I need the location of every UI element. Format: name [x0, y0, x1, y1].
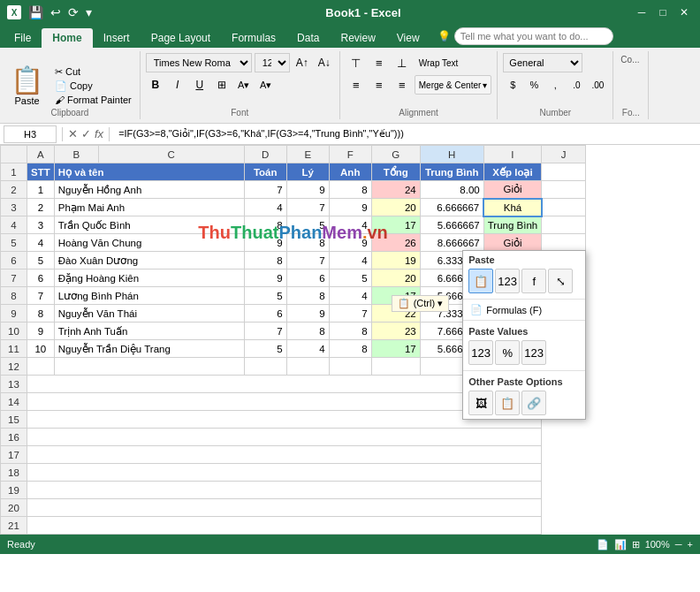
cell-a6[interactable]: 5 [27, 252, 55, 269]
close-button[interactable]: ✕ [675, 5, 693, 19]
cell-d3[interactable]: 4 [244, 199, 286, 216]
format-painter-button[interactable]: 🖌 Format Painter [52, 94, 134, 106]
cell-h2[interactable]: 8.00 [420, 181, 483, 199]
cell-h3[interactable]: 6.666667 [420, 199, 483, 216]
cell-row17[interactable] [27, 446, 542, 464]
cell-e12[interactable] [286, 358, 329, 376]
row-number-19[interactable]: 19 [1, 482, 27, 499]
cell-row18[interactable] [27, 464, 542, 482]
col-header-a[interactable]: A [27, 146, 55, 163]
increase-decimal-button[interactable]: .00 [588, 75, 607, 95]
font-size-select[interactable]: 12 [255, 53, 290, 72]
row-number-8[interactable]: 8 [1, 287, 27, 305]
cell-b3[interactable]: Phạm Mai Anh [54, 199, 244, 216]
row-number-13[interactable]: 13 [1, 376, 27, 393]
cut-button[interactable]: ✂ Cut [52, 65, 134, 79]
cell-i4[interactable]: Trung Bình [483, 216, 541, 234]
cell-b4[interactable]: Trần Quốc Bình [54, 216, 244, 234]
cell-a4[interactable]: 3 [27, 216, 55, 234]
tab-view[interactable]: View [386, 28, 430, 48]
cell-f12[interactable] [329, 358, 371, 376]
insert-function-icon[interactable]: fx [95, 127, 103, 140]
cell-b11[interactable]: Nguyễn Trần Diệu Trang [54, 340, 244, 358]
redo-button[interactable]: ⟳ [66, 5, 80, 19]
merge-center-button[interactable]: Merge & Center ▾ [415, 75, 492, 95]
cell-j1[interactable] [542, 163, 586, 181]
cell-b1[interactable]: Họ và tên [54, 163, 244, 181]
cell-b2[interactable]: Nguyễn Hồng Anh [54, 181, 244, 199]
row-number-10[interactable]: 10 [1, 323, 27, 340]
cell-f7[interactable]: 5 [329, 269, 371, 287]
paste-formulas-item[interactable]: 📄 Formulas (F) [463, 301, 585, 318]
paste-values-formulas-button[interactable]: 123 [521, 340, 546, 365]
cell-h4[interactable]: 5.666667 [420, 216, 483, 234]
cancel-formula-icon[interactable]: ✕ [68, 127, 78, 140]
tab-formulas[interactable]: Formulas [221, 28, 286, 48]
font-name-select[interactable]: Times New Roma [146, 53, 252, 72]
cell-a12[interactable] [27, 358, 55, 376]
cell-f4[interactable]: 4 [329, 216, 371, 234]
cell-f3[interactable]: 9 [329, 199, 371, 216]
tell-me-input[interactable] [454, 27, 613, 45]
paste-values-format-button[interactable]: % [495, 340, 520, 365]
cell-a8[interactable]: 7 [27, 287, 55, 305]
row-number-14[interactable]: 14 [1, 393, 27, 411]
minimize-button[interactable]: ─ [633, 5, 651, 19]
cell-f10[interactable]: 8 [329, 323, 371, 340]
cell-a1[interactable]: STT [27, 163, 55, 181]
tab-page-layout[interactable]: Page Layout [141, 28, 221, 48]
row-number-4[interactable]: 4 [1, 216, 27, 234]
cell-e3[interactable]: 7 [286, 199, 329, 216]
cell-j4[interactable] [542, 216, 586, 234]
other-paste-2-button[interactable]: 📋 [495, 391, 520, 415]
cell-g5[interactable]: 26 [371, 234, 420, 252]
tell-me-bar[interactable]: 💡 [438, 27, 613, 45]
cell-g11[interactable]: 17 [371, 340, 420, 358]
undo-button[interactable]: ↩ [49, 5, 63, 19]
col-header-b[interactable]: B [54, 146, 98, 163]
row-number-18[interactable]: 18 [1, 464, 27, 482]
formula-input[interactable] [115, 125, 696, 143]
comma-button[interactable]: , [545, 75, 565, 95]
ctrl-paste-button[interactable]: 📋 (Ctrl) ▾ [392, 295, 450, 312]
row-number-6[interactable]: 6 [1, 252, 27, 269]
cell-e4[interactable]: 5 [286, 216, 329, 234]
row-number-21[interactable]: 21 [1, 517, 27, 535]
maximize-button[interactable]: □ [654, 5, 672, 19]
cell-i3-selected[interactable]: Khá [483, 199, 541, 216]
row-number-2[interactable]: 2 [1, 181, 27, 199]
col-header-g[interactable]: G [371, 146, 420, 163]
other-paste-3-button[interactable]: 🔗 [521, 391, 546, 415]
cell-g4[interactable]: 17 [371, 216, 420, 234]
cell-f8[interactable]: 4 [329, 287, 371, 305]
cell-g10[interactable]: 23 [371, 323, 420, 340]
number-format-select[interactable]: General [503, 53, 582, 72]
page-layout-view-button[interactable]: 📊 [614, 539, 627, 550]
page-break-view-button[interactable]: ⊞ [632, 539, 640, 550]
underline-button[interactable]: U [190, 75, 209, 95]
cell-f2[interactable]: 8 [329, 181, 371, 199]
paste-button[interactable]: 📋 Paste [5, 63, 49, 108]
cell-e6[interactable]: 7 [286, 252, 329, 269]
cell-a5[interactable]: 4 [27, 234, 55, 252]
cell-e7[interactable]: 6 [286, 269, 329, 287]
cell-d11[interactable]: 5 [244, 340, 286, 358]
tab-review[interactable]: Review [330, 28, 385, 48]
border-button[interactable]: ⊞ [212, 75, 232, 95]
row-number-12[interactable]: 12 [1, 358, 27, 376]
cell-g12[interactable] [371, 358, 420, 376]
col-header-h[interactable]: H [420, 146, 483, 163]
col-header-f[interactable]: F [329, 146, 371, 163]
cell-i2[interactable]: Giỏi [483, 181, 541, 199]
cell-f11[interactable]: 8 [329, 340, 371, 358]
cell-a9[interactable]: 8 [27, 305, 55, 323]
tab-home[interactable]: Home [42, 28, 92, 48]
cell-b8[interactable]: Lương Bình Phán [54, 287, 244, 305]
cell-f6[interactable]: 4 [329, 252, 371, 269]
cell-e2[interactable]: 9 [286, 181, 329, 199]
cell-g2[interactable]: 24 [371, 181, 420, 199]
cell-b5[interactable]: Hoàng Văn Chung [54, 234, 244, 252]
cell-a3[interactable]: 2 [27, 199, 55, 216]
row-number-11[interactable]: 11 [1, 340, 27, 358]
cell-f9[interactable]: 7 [329, 305, 371, 323]
